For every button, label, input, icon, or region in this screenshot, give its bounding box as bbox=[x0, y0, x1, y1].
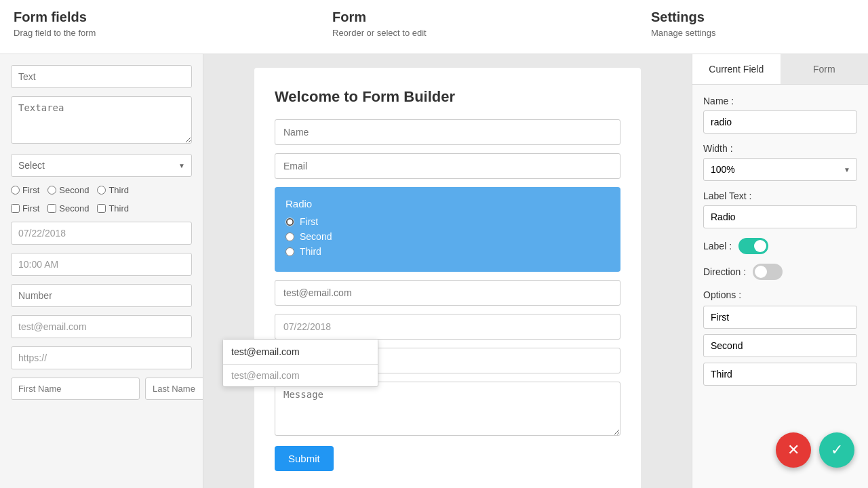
setting-width-select[interactable]: 100% 75% 50% 25% bbox=[703, 158, 857, 181]
settings-body: Name : Width : 100% 75% 50% 25% Label Te… bbox=[692, 85, 868, 411]
form-radio-option-second[interactable]: Second bbox=[285, 231, 610, 242]
setting-label-text-row: Label Text : bbox=[703, 190, 857, 228]
setting-name-row: Name : bbox=[703, 96, 857, 134]
setting-option2-input[interactable] bbox=[703, 334, 857, 357]
autocomplete-input[interactable] bbox=[223, 340, 378, 365]
url-field-item bbox=[11, 346, 192, 369]
setting-direction-toggle-row: Direction : bbox=[703, 264, 857, 280]
setting-label-text-input[interactable] bbox=[703, 205, 857, 228]
form-title: Welcome to Form Builder bbox=[275, 88, 620, 106]
radio-option-first[interactable]: First bbox=[11, 185, 39, 195]
header-form: Form Reorder or select to edit bbox=[332, 9, 651, 38]
autocomplete-suggestion[interactable]: test@email.com bbox=[223, 365, 378, 386]
setting-direction-toggle[interactable] bbox=[753, 264, 783, 280]
form-date-input[interactable] bbox=[275, 314, 620, 340]
textarea-field-input[interactable] bbox=[11, 96, 192, 144]
firstname-field-input[interactable] bbox=[11, 378, 140, 400]
form-card: Welcome to Form Builder Radio First Seco… bbox=[254, 68, 641, 488]
select-field-item: Select bbox=[11, 154, 192, 177]
header-form-title: Form bbox=[332, 9, 651, 25]
header-form-fields-subtitle: Drag field to the form bbox=[14, 28, 332, 38]
text-field-input[interactable] bbox=[11, 65, 192, 88]
right-panel: Current Field Form Name : Width : 100% 7… bbox=[692, 54, 868, 488]
setting-name-input[interactable] bbox=[703, 110, 857, 134]
setting-options-section: Options : bbox=[703, 289, 857, 391]
setting-option3-input[interactable] bbox=[703, 363, 857, 386]
radio-option-third[interactable]: Third bbox=[97, 185, 129, 195]
settings-tabs: Current Field Form bbox=[692, 54, 868, 85]
checkbox-field-item: First Second Third bbox=[11, 203, 192, 214]
form-email-input[interactable] bbox=[275, 153, 620, 179]
radio-field-item: First Second Third bbox=[11, 185, 192, 195]
header-settings-title: Settings bbox=[651, 9, 854, 25]
checkbox-option-third[interactable]: Third bbox=[97, 203, 129, 214]
checkbox-option-first[interactable]: First bbox=[11, 203, 39, 214]
setting-name-label: Name : bbox=[703, 96, 857, 106]
form-name-input[interactable] bbox=[275, 119, 620, 145]
form-submit-button[interactable]: Submit bbox=[275, 446, 334, 471]
name-row-field-item bbox=[11, 378, 192, 400]
setting-label-toggle[interactable] bbox=[738, 238, 768, 254]
setting-width-label: Width : bbox=[703, 143, 857, 154]
setting-direction-toggle-slider bbox=[753, 264, 783, 280]
setting-option1-input[interactable] bbox=[703, 306, 857, 329]
radio-option-second[interactable]: Second bbox=[47, 185, 89, 195]
setting-direction-toggle-label: Direction : bbox=[703, 266, 746, 277]
number-field-input[interactable] bbox=[11, 284, 192, 307]
number-field-item bbox=[11, 284, 192, 307]
date-field-item bbox=[11, 222, 192, 245]
textarea-field-item bbox=[11, 96, 192, 146]
checkbox-option-second[interactable]: Second bbox=[47, 203, 89, 214]
form-radio-option-first[interactable]: First bbox=[285, 216, 610, 227]
setting-label-toggle-row: Label : bbox=[703, 238, 857, 254]
fab-confirm-button[interactable]: ✓ bbox=[819, 432, 854, 468]
form-radio-option-third[interactable]: Third bbox=[285, 246, 610, 257]
text-field-item bbox=[11, 65, 192, 88]
fab-cancel-button[interactable]: ✕ bbox=[776, 432, 811, 468]
fab-area: ✕ ✓ bbox=[776, 432, 854, 468]
setting-options-label: Options : bbox=[703, 289, 857, 300]
autocomplete-popup: test@email.com bbox=[222, 339, 378, 387]
setting-width-row: Width : 100% 75% 50% 25% bbox=[703, 143, 857, 181]
setting-label-toggle-label: Label : bbox=[703, 241, 732, 251]
center-panel: Welcome to Form Builder Radio First Seco… bbox=[203, 54, 692, 488]
left-panel: Select First Second Third bbox=[0, 54, 203, 488]
header-settings: Settings Manage settings bbox=[651, 9, 854, 38]
setting-width-select-wrapper: 100% 75% 50% 25% bbox=[703, 158, 857, 181]
time-field-input[interactable] bbox=[11, 253, 192, 276]
date-field-input[interactable] bbox=[11, 222, 192, 245]
radio-group: First Second Third bbox=[11, 185, 192, 195]
header-form-fields: Form fields Drag field to the form bbox=[14, 9, 332, 38]
main-layout: Select First Second Third bbox=[0, 54, 868, 488]
setting-label-text-label: Label Text : bbox=[703, 190, 857, 201]
form-radio-block[interactable]: Radio First Second Third bbox=[275, 187, 620, 272]
header-settings-subtitle: Manage settings bbox=[651, 28, 854, 38]
email-field-item bbox=[11, 315, 192, 338]
form-radio-label: Radio bbox=[285, 198, 610, 209]
tab-current-field[interactable]: Current Field bbox=[692, 54, 781, 84]
email-field-input[interactable] bbox=[11, 315, 192, 338]
checkbox-group: First Second Third bbox=[11, 203, 192, 214]
tab-form[interactable]: Form bbox=[781, 54, 869, 84]
url-field-input[interactable] bbox=[11, 346, 192, 369]
form-email2-input[interactable] bbox=[275, 280, 620, 306]
lastname-field-input[interactable] bbox=[145, 378, 203, 400]
select-field-input[interactable]: Select bbox=[11, 154, 192, 177]
form-message-input[interactable] bbox=[275, 382, 620, 436]
header: Form fields Drag field to the form Form … bbox=[0, 0, 868, 54]
setting-label-toggle-slider bbox=[738, 238, 768, 254]
time-field-item bbox=[11, 253, 192, 276]
header-form-subtitle: Reorder or select to edit bbox=[332, 28, 651, 38]
header-form-fields-title: Form fields bbox=[14, 9, 332, 25]
